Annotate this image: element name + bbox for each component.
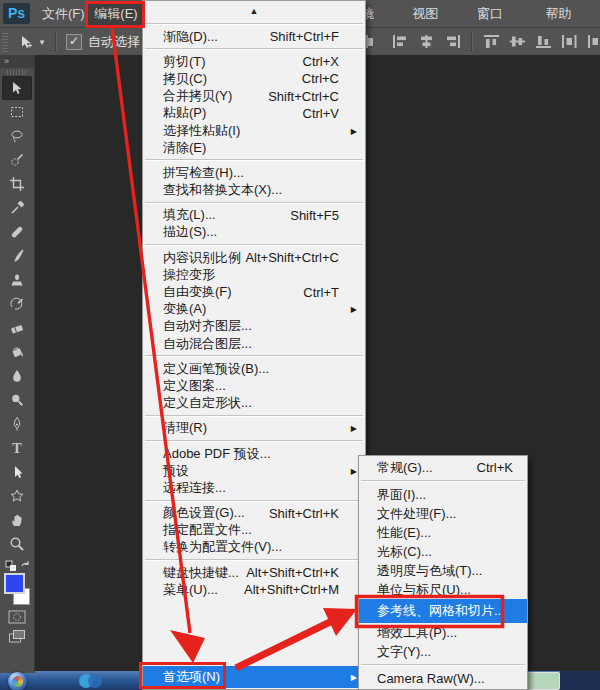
edit-menu-item-stroke[interactable]: 描边(S)...: [143, 224, 365, 241]
menu-window[interactable]: 窗口(W): [466, 0, 534, 27]
panel-grip[interactable]: [7, 70, 27, 75]
tool-brush[interactable]: [2, 244, 32, 268]
move-icon: [9, 80, 25, 96]
quick-mask-button[interactable]: [2, 608, 32, 626]
edit-menu-item-convert-to-profile[interactable]: 转换为配置文件(V)...: [143, 539, 365, 556]
edit-menu-item-fade[interactable]: 渐隐(D)...Shift+Ctrl+F: [143, 28, 365, 45]
edit-menu-item-free-transform[interactable]: 自由变换(F)Ctrl+T: [143, 283, 365, 300]
align-left-edges-button[interactable]: [392, 34, 409, 49]
chevron-down-icon: ▼: [38, 38, 46, 47]
tool-eraser[interactable]: [2, 316, 32, 340]
edit-menu-item-define-custom-shape[interactable]: 定义自定形状...: [143, 395, 365, 412]
screen-mode-button[interactable]: [2, 627, 32, 645]
preferences-item-camera-raw[interactable]: Camera Raw(W)...: [359, 669, 527, 688]
align-bottom-edges-icon: [535, 34, 552, 49]
edit-menu-item-check-spelling[interactable]: 拼写检查(H)...: [143, 164, 365, 181]
preferences-item-file-handling[interactable]: 文件处理(F)...: [359, 504, 527, 523]
tool-path-selection[interactable]: [2, 460, 32, 484]
edit-menu-item-assign-profile[interactable]: 指定配置文件...: [143, 522, 365, 539]
menu-help[interactable]: 帮助(H): [534, 0, 600, 27]
auto-select-checkbox[interactable]: ✓: [66, 34, 82, 50]
distribute-left-edges-button[interactable]: [561, 34, 578, 49]
tool-preset-picker[interactable]: ▼: [18, 34, 46, 50]
preferences-item-general[interactable]: 常规(G)...Ctrl+K: [359, 458, 527, 477]
tool-horizontal-type[interactable]: T: [2, 436, 32, 460]
align-vertical-centers-button[interactable]: [509, 34, 526, 49]
tool-lasso[interactable]: [2, 124, 32, 148]
tool-clone-stamp[interactable]: [2, 268, 32, 292]
tool-blur[interactable]: [2, 364, 32, 388]
tool-hand[interactable]: [2, 508, 32, 532]
menu-edit[interactable]: 编辑(E): [88, 1, 144, 26]
tool-spot-healing-brush[interactable]: [2, 220, 32, 244]
default-and-swap-colors[interactable]: [2, 558, 32, 571]
tool-pen[interactable]: [2, 412, 32, 436]
edit-menu-item-purge[interactable]: 清理(R)▶: [143, 420, 365, 437]
menu-file[interactable]: 文件(F): [36, 0, 91, 27]
tool-rectangular-marquee[interactable]: [2, 100, 32, 124]
preferences-item-cursors[interactable]: 光标(C)...: [359, 542, 527, 561]
preferences-item-units-rulers[interactable]: 单位与标尺(U)...: [359, 580, 527, 599]
edit-menu-item-clear[interactable]: 清除(E): [143, 139, 365, 156]
align-horizontal-centers-button[interactable]: [418, 34, 435, 49]
distribute-horizontal-centers-button[interactable]: [587, 34, 600, 49]
tool-zoom[interactable]: [2, 532, 32, 556]
edit-menu-item-menus[interactable]: 菜单(U)...Alt+Shift+Ctrl+M: [143, 581, 365, 598]
menu-item-label: 指定配置文件...: [163, 522, 252, 539]
tool-dodge[interactable]: [2, 388, 32, 412]
align-right-edges-button[interactable]: [444, 34, 461, 49]
window-preview-thumbnail[interactable]: [527, 672, 560, 690]
edit-menu-item-keyboard-shortcuts[interactable]: 键盘快捷键...Alt+Shift+Ctrl+K: [143, 564, 365, 581]
align-bottom-edges-button[interactable]: [535, 34, 552, 49]
foreground-color-swatch[interactable]: [4, 573, 25, 594]
menu-item-label: 自动混合图层...: [163, 335, 252, 352]
tool-eyedropper[interactable]: [2, 196, 32, 220]
edit-menu-item-define-brush-preset[interactable]: 定义画笔预设(B)...: [143, 360, 365, 377]
edit-menu-item-paste-special[interactable]: 选择性粘贴(I)▶: [143, 122, 365, 139]
edit-menu-item-auto-blend-layers[interactable]: 自动混合图层...: [143, 335, 365, 352]
menu-item-shortcut: Shift+F5: [290, 208, 339, 223]
edit-menu-item-presets[interactable]: 预设▶: [143, 462, 365, 479]
tool-quick-selection[interactable]: [2, 148, 32, 172]
edit-menu-item-paste[interactable]: 粘贴(P)Ctrl+V: [143, 105, 365, 122]
preferences-item-performance[interactable]: 性能(E)...: [359, 523, 527, 542]
windows-start-orb[interactable]: [8, 672, 27, 690]
edit-menu-item-content-aware-scale[interactable]: 内容识别比例Alt+Shift+Ctrl+C: [143, 249, 365, 266]
tool-paint-bucket[interactable]: [2, 340, 32, 364]
edit-menu-item-define-pattern[interactable]: 定义图案...: [143, 377, 365, 394]
edit-menu-item-preferences[interactable]: 首选项(N)▶: [143, 666, 365, 688]
tool-history-brush[interactable]: [2, 292, 32, 316]
edit-menu-item-remote-connections[interactable]: 远程连接...: [143, 479, 365, 496]
options-bar-grip[interactable]: [2, 31, 8, 52]
tool-crop[interactable]: [2, 172, 32, 196]
menu-item-label: 性能(E)...: [377, 524, 431, 542]
preferences-item-interface[interactable]: 界面(I)...: [359, 485, 527, 504]
preferences-item-guides-grid-slices[interactable]: 参考线、网格和切片...: [359, 599, 527, 623]
edit-menu-item-find-replace-text[interactable]: 查找和替换文本(X)...: [143, 182, 365, 199]
preferences-item-transparency-gamut[interactable]: 透明度与色域(T)...: [359, 561, 527, 580]
menu-separator: [361, 664, 525, 666]
edit-menu-item-copy-merged[interactable]: 合并拷贝(Y)Shift+Ctrl+C: [143, 88, 365, 105]
menu-item-label: 首选项(N): [163, 668, 220, 686]
align-top-edges-button[interactable]: [483, 34, 500, 49]
tool-move[interactable]: [2, 76, 32, 100]
menu-scroll-up-arrow[interactable]: ▲: [143, 2, 365, 20]
edit-menu-item-color-settings[interactable]: 颜色设置(G)...Shift+Ctrl+K: [143, 505, 365, 522]
collapse-panel-icon[interactable]: »: [0, 55, 34, 68]
edit-menu-item-cut[interactable]: 剪切(T)Ctrl+X: [143, 53, 365, 70]
tool-custom-shape[interactable]: [2, 484, 32, 508]
edit-menu-item-fill[interactable]: 填充(L)...Shift+F5: [143, 207, 365, 224]
edit-menu-item-transform[interactable]: 变换(A)▶: [143, 301, 365, 318]
edit-menu-item-adobe-pdf-presets[interactable]: Adobe PDF 预设...: [143, 445, 365, 462]
edit-menu-item-copy[interactable]: 拷贝(C)Ctrl+C: [143, 70, 365, 87]
menu-item-label: 粘贴(P): [163, 105, 206, 122]
align-partial-button[interactable]: [366, 34, 383, 49]
preferences-item-plug-ins[interactable]: 增效工具(P)...: [359, 623, 527, 642]
menu-item-shortcut: Shift+Ctrl+C: [268, 89, 339, 104]
menu-view[interactable]: 视图(V): [401, 0, 466, 27]
color-swatches: [2, 573, 32, 607]
taskbar-app-icon[interactable]: [76, 672, 106, 689]
edit-menu-item-auto-align-layers[interactable]: 自动对齐图层...: [143, 318, 365, 335]
preferences-item-type[interactable]: 文字(Y)...: [359, 642, 527, 661]
edit-menu-item-puppet-warp[interactable]: 操控变形: [143, 266, 365, 283]
